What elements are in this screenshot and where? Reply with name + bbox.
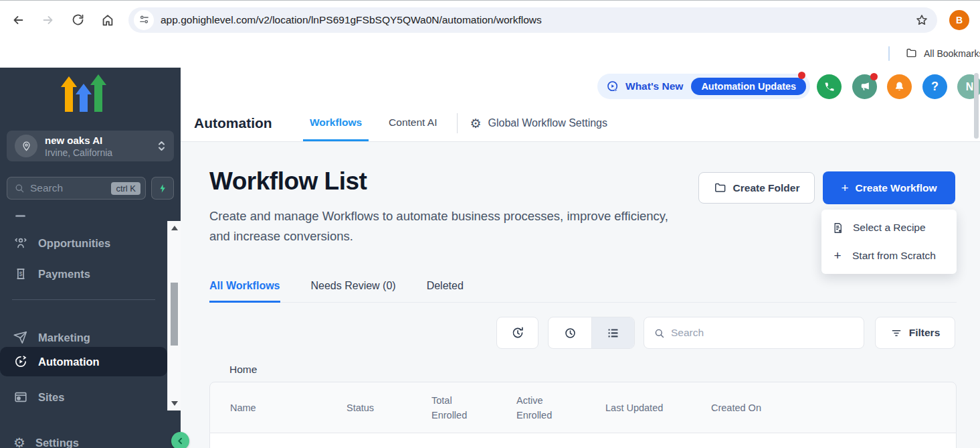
plus-icon: + bbox=[831, 248, 844, 263]
payments-icon: $ bbox=[13, 267, 28, 281]
notifications-bell-button[interactable] bbox=[887, 74, 912, 99]
workflow-filter-tabs: All Workflows Needs Review (0) Deleted bbox=[209, 280, 957, 303]
menu-item-start-from-scratch[interactable]: + Start from Scratch bbox=[821, 242, 957, 270]
opportunities-icon bbox=[13, 236, 28, 250]
whats-new-icon bbox=[606, 80, 620, 94]
tab-content-ai[interactable]: Content AI bbox=[382, 105, 444, 141]
tab-deleted[interactable]: Deleted bbox=[427, 280, 464, 303]
account-location: Irvine, California bbox=[45, 147, 157, 159]
scroll-up-arrow-icon[interactable] bbox=[171, 226, 178, 230]
browser-profile-avatar[interactable]: B bbox=[949, 10, 969, 30]
chevron-up-down-icon bbox=[157, 140, 166, 152]
bookmark-star-icon[interactable] bbox=[914, 13, 929, 27]
gear-icon: ⚙ bbox=[470, 117, 481, 130]
location-pin-icon bbox=[15, 135, 37, 157]
workflow-search-input[interactable] bbox=[671, 327, 854, 339]
automation-updates-badge[interactable]: Automation Updates bbox=[691, 78, 806, 95]
marketing-icon bbox=[13, 330, 28, 345]
column-header-last-updated: Last Updated bbox=[605, 382, 663, 433]
filter-icon bbox=[890, 327, 902, 339]
account-switcher[interactable]: new oaks AI Irvine, California bbox=[7, 131, 174, 161]
global-workflow-settings-button[interactable]: ⚙ Global Workflow Settings bbox=[466, 117, 611, 130]
quick-actions-button[interactable] bbox=[151, 177, 174, 200]
url-text[interactable]: app.gohighlevel.com/v2/location/lnPS691g… bbox=[161, 14, 914, 26]
partial-menu-item-fragment bbox=[15, 215, 25, 217]
tab-needs-review[interactable]: Needs Review (0) bbox=[311, 280, 396, 303]
help-button[interactable]: ? bbox=[922, 74, 947, 99]
site-info-icon[interactable] bbox=[134, 10, 154, 30]
home-icon[interactable] bbox=[100, 13, 115, 27]
sidebar-item-payments[interactable]: $ Payments bbox=[0, 259, 167, 289]
table-header-row: Name Status Total Enrolled Active Enroll… bbox=[209, 382, 957, 433]
create-folder-button[interactable]: Create Folder bbox=[698, 172, 815, 204]
sidebar-search[interactable]: ctrl K bbox=[7, 177, 146, 200]
workflow-list-page: Workflow List Create and manage Workflow… bbox=[181, 142, 980, 448]
workflow-search[interactable] bbox=[644, 317, 864, 349]
enrollment-history-button[interactable] bbox=[496, 317, 538, 349]
create-workflow-menu: Select a Recipe + Start from Scratch bbox=[821, 210, 957, 274]
sidebar-item-opportunities[interactable]: Opportunities bbox=[0, 228, 167, 258]
sidebar-divider bbox=[12, 299, 155, 300]
folder-icon bbox=[905, 47, 918, 60]
workflow-table: Name Status Total Enrolled Active Enroll… bbox=[209, 382, 957, 448]
sidebar-search-input[interactable] bbox=[30, 182, 111, 194]
url-bar[interactable]: app.gohighlevel.com/v2/location/lnPS691g… bbox=[128, 7, 937, 33]
scroll-down-arrow-icon[interactable] bbox=[171, 401, 178, 406]
app-header: What's New Automation Updates ? N Automa… bbox=[181, 68, 980, 142]
bookmarks-bar: All Bookmarks bbox=[0, 39, 980, 68]
create-workflow-button[interactable]: + Create Workflow bbox=[823, 171, 955, 204]
sidebar-item-sites[interactable]: Sites bbox=[0, 382, 167, 412]
global-workflow-settings-label: Global Workflow Settings bbox=[488, 117, 607, 129]
view-toggle bbox=[548, 317, 635, 349]
shortcut-badge: ctrl K bbox=[111, 182, 140, 195]
announcements-button[interactable] bbox=[852, 74, 877, 99]
refresh-icon[interactable] bbox=[71, 13, 85, 27]
all-bookmarks-button[interactable]: All Bookmarks bbox=[888, 46, 980, 61]
start-from-scratch-label: Start from Scratch bbox=[852, 250, 936, 262]
sidebar-item-settings[interactable]: ⚙ Settings bbox=[0, 428, 167, 448]
announcements-notification-dot bbox=[870, 73, 878, 80]
sidebar-item-automation[interactable]: Automation bbox=[0, 347, 167, 376]
recipe-icon bbox=[831, 222, 844, 234]
svg-text:$: $ bbox=[19, 271, 23, 277]
column-header-total-enrolled: Total Enrolled bbox=[431, 382, 474, 433]
page-scrollbar-thumb[interactable] bbox=[974, 73, 979, 139]
avatar-initial: N bbox=[966, 81, 974, 93]
column-header-name: Name bbox=[230, 382, 256, 433]
filters-button[interactable]: Filters bbox=[875, 317, 955, 349]
list-view-button[interactable] bbox=[591, 317, 634, 348]
tab-all-workflows[interactable]: All Workflows bbox=[209, 280, 280, 303]
browser-toolbar: app.gohighlevel.com/v2/location/lnPS691g… bbox=[0, 0, 980, 39]
whats-new-button[interactable]: What's New Automation Updates bbox=[597, 74, 810, 99]
forward-icon[interactable] bbox=[41, 13, 56, 27]
account-name: new oaks AI bbox=[45, 134, 157, 147]
sidebar-scrollbar[interactable] bbox=[167, 221, 181, 410]
page-title: Workflow List bbox=[209, 167, 367, 196]
scrollbar-thumb[interactable] bbox=[171, 283, 178, 346]
menu-item-select-recipe[interactable]: Select a Recipe bbox=[821, 214, 957, 242]
folder-icon bbox=[714, 181, 726, 194]
select-recipe-label: Select a Recipe bbox=[853, 222, 926, 234]
page-section-title: Automation bbox=[194, 115, 290, 131]
gohighlevel-logo-icon bbox=[0, 73, 167, 117]
tab-workflows[interactable]: Workflows bbox=[303, 105, 369, 141]
sites-icon bbox=[13, 390, 28, 404]
table-body bbox=[209, 433, 957, 448]
breadcrumb-home[interactable]: Home bbox=[229, 364, 257, 376]
page-description: Create and manage Workflows to automate … bbox=[209, 206, 684, 246]
lightning-bolt-icon bbox=[158, 183, 168, 194]
column-header-status: Status bbox=[347, 382, 374, 433]
help-label: ? bbox=[931, 80, 939, 94]
notification-dot bbox=[798, 72, 805, 79]
search-icon bbox=[654, 327, 665, 339]
bookmarks-divider bbox=[888, 46, 890, 61]
phone-button[interactable] bbox=[817, 74, 842, 99]
sidebar: new oaks AI Irvine, California ctrl K Op… bbox=[0, 68, 181, 448]
column-header-created-on: Created On bbox=[711, 382, 761, 433]
sidebar-collapse-button[interactable] bbox=[171, 432, 189, 448]
whats-new-label: What's New bbox=[625, 80, 683, 92]
plus-icon: + bbox=[841, 181, 848, 196]
back-icon[interactable] bbox=[11, 13, 25, 27]
header-divider bbox=[457, 113, 458, 133]
time-view-button[interactable] bbox=[549, 317, 591, 348]
